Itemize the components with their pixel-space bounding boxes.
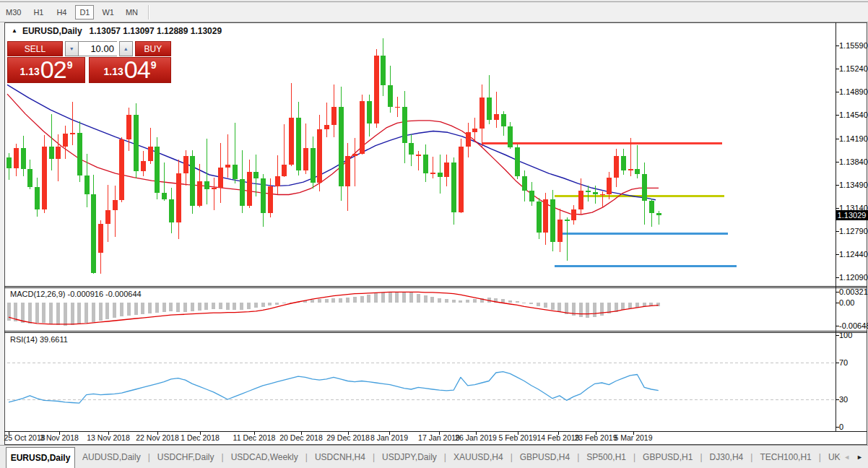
collapse-one-click-icon[interactable]: ▲ bbox=[12, 27, 17, 34]
tab-usdchf-daily[interactable]: USDCHF,Daily bbox=[150, 452, 222, 462]
date-axis-label: 20 Dec 2018 bbox=[279, 433, 323, 442]
price-axis-tick: 1.12090 bbox=[839, 273, 868, 282]
date-axis-label: 25 Oct 2018 bbox=[4, 433, 45, 442]
date-axis-label: 5 Feb 2019 bbox=[498, 433, 537, 442]
rsi-axis-tick: 0 bbox=[839, 422, 843, 431]
date-axis-label: 23 Feb 2019 bbox=[575, 433, 617, 442]
macd-axis-tick: 0.003216 bbox=[839, 287, 868, 296]
buy-price-big: 04 bbox=[124, 58, 150, 81]
tabs-scroll-right-icon[interactable]: ► bbox=[853, 454, 867, 461]
date-axis-label: 14 Feb 2019 bbox=[537, 433, 580, 442]
price-axis-tick: 1.14890 bbox=[839, 87, 868, 96]
price-axis-tick: 1.13840 bbox=[839, 157, 868, 166]
tab-usdcnh-h4[interactable]: USDCNH,H4 bbox=[308, 452, 373, 462]
date-axis-label: 29 Dec 2018 bbox=[326, 433, 370, 442]
mt4-terminal: M30H1H4D1W1MN ▲ EURUSD,Daily 1.13057 1.1… bbox=[0, 0, 868, 468]
date-axis-label: 3 Nov 2018 bbox=[40, 433, 79, 442]
sell-button[interactable]: SELL bbox=[7, 41, 63, 56]
one-click-trading-panel: SELL ▼ 10.00 ▲ BUY 1.13 02 9 1.13 04 9 bbox=[7, 41, 171, 83]
volume-increase-button[interactable]: ▲ bbox=[119, 41, 133, 56]
rsi-indicator-label: RSI(14) 39.6611 bbox=[10, 335, 68, 344]
buy-price-panel[interactable]: 1.13 04 9 bbox=[89, 57, 171, 83]
price-axis-tick: 1.12790 bbox=[839, 227, 868, 235]
price-axis-tick: 1.14190 bbox=[839, 134, 868, 143]
date-axis-label: 5 Mar 2019 bbox=[614, 433, 652, 442]
buy-price-sup: 9 bbox=[151, 60, 157, 70]
buy-button[interactable]: BUY bbox=[135, 41, 171, 56]
buy-price-small: 1.13 bbox=[104, 62, 123, 81]
price-axis-tick: 1.15240 bbox=[839, 64, 868, 73]
price-axis-tick: 1.15590 bbox=[839, 41, 868, 50]
chart-ohlc-values: 1.13057 1.13097 1.12889 1.13029 bbox=[90, 26, 222, 36]
tab-sp500-h1[interactable]: SP500,H1 bbox=[579, 452, 633, 462]
date-axis-label: 13 Nov 2018 bbox=[87, 433, 130, 442]
sell-price-small: 1.13 bbox=[20, 62, 40, 81]
macd-indicator-label: MACD(12,26,9) -0.000916 -0.000644 bbox=[10, 290, 142, 298]
symbol-tabs: AUDUSD,Daily|USDCHF,Daily|USDCAD,Weekly|… bbox=[75, 447, 849, 467]
rsi-axis-tick: 70 bbox=[839, 358, 848, 367]
tab-xauusd-h4[interactable]: XAUUSD,H4 bbox=[446, 452, 511, 462]
date-axis-label: 17 Jan 2019 bbox=[418, 433, 460, 442]
tab-dj30-h4[interactable]: DJ30,H4 bbox=[703, 452, 751, 462]
rsi-axis-tick: 100 bbox=[839, 331, 852, 339]
price-axis-tick: 1.14540 bbox=[839, 110, 868, 119]
date-axis-label: 1 Dec 2018 bbox=[181, 433, 220, 442]
date-axis-label: 22 Nov 2018 bbox=[136, 433, 179, 442]
volume-input[interactable]: 10.00 bbox=[79, 41, 117, 56]
chart-symbol-label: EURUSD,Daily bbox=[22, 26, 82, 36]
tab-usdjpy-daily[interactable]: USDJPY,Daily bbox=[375, 452, 444, 462]
price-axis-tick: 1.12440 bbox=[839, 250, 868, 259]
macd-axis-tick: -0.006485 bbox=[839, 321, 868, 330]
macd-axis-tick: 0.00 bbox=[839, 298, 854, 307]
volume-decrease-button[interactable]: ▼ bbox=[65, 41, 79, 56]
rsi-axis-tick: 30 bbox=[839, 395, 848, 404]
spin-up-icon: ▲ bbox=[123, 46, 129, 51]
spin-down-icon: ▼ bbox=[69, 46, 74, 51]
tabs-scroll-left-icon[interactable]: ◄ bbox=[841, 454, 853, 461]
tab-eurusd-daily-active[interactable]: EURUSD,Daily bbox=[6, 447, 75, 468]
tab-gbpusd-h4[interactable]: GBPUSD,H4 bbox=[513, 452, 577, 462]
date-axis-label: 26 Jan 2019 bbox=[455, 433, 497, 442]
tab-usdcad-weekly[interactable]: USDCAD,Weekly bbox=[224, 452, 305, 462]
tab-audusd-daily[interactable]: AUDUSD,Daily bbox=[75, 452, 148, 462]
chart-title: ▲ EURUSD,Daily 1.13057 1.13097 1.12889 1… bbox=[12, 26, 222, 35]
date-axis-label: 8 Jan 2019 bbox=[370, 433, 408, 442]
symbol-tab-bar: EURUSD,Daily AUDUSD,Daily|USDCHF,Daily|U… bbox=[0, 445, 868, 468]
sell-price-sup: 9 bbox=[67, 60, 73, 70]
sell-price-big: 02 bbox=[40, 58, 66, 81]
tab-tech100-h1[interactable]: TECH100,H1 bbox=[752, 452, 818, 462]
sell-price-panel[interactable]: 1.13 02 9 bbox=[7, 57, 85, 83]
date-axis-label: 11 Dec 2018 bbox=[233, 433, 276, 442]
current-price-badge: 1.13029 bbox=[836, 210, 868, 220]
tab-gbpusd-h1[interactable]: GBPUSD,H1 bbox=[635, 452, 700, 462]
price-axis-tick: 1.13490 bbox=[839, 181, 868, 189]
